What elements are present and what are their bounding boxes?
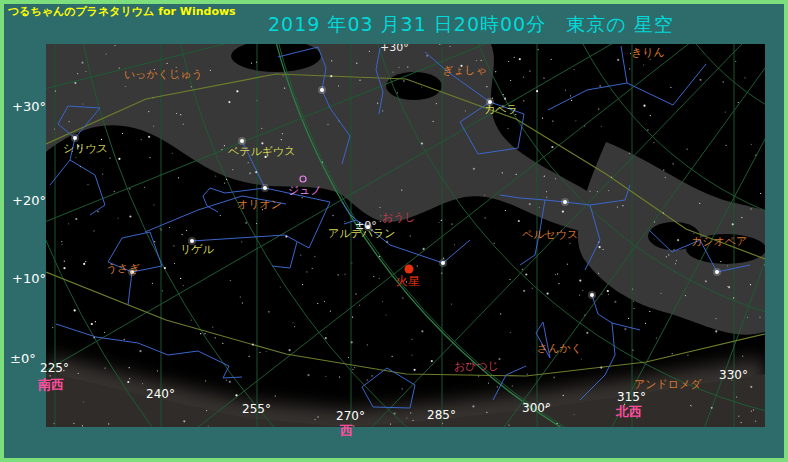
azimuth-tick-label: 270° [336,410,365,422]
declination-label: ±0° [355,220,377,231]
zodiac-constellation-label: おひつじ [454,361,499,372]
chart-title: 2019 年03 月31 日20時00分 東京の 星空 [268,12,674,38]
app-watermark: つるちゃんのプラネタリウム for Windows [8,4,236,19]
constellation-label: ペルセウス [522,229,578,240]
constellation-label: カシオペア [691,236,747,247]
mars-marker [405,265,414,274]
zodiac-constellation-label: おうし [382,212,416,223]
planet-label: 火星 [396,275,420,287]
altitude-tick-label: +30° [12,100,46,113]
constellation-label: うさぎ [106,263,140,274]
star-label: カペラ [484,104,518,115]
azimuth-tick-label: 285° [427,409,456,421]
constellation-label: きりん [631,47,665,58]
azimuth-tick-label: 255° [242,403,271,415]
star-label: リゲル [180,244,214,255]
direction-label: 北西 [616,405,642,418]
dark-nebula-patch [386,72,442,100]
constellation-label: ぎょしゃ [442,65,487,76]
azimuth-tick-label: 300° [522,402,551,414]
star-label: ベテルギウス [228,146,296,157]
asteroid-label: ジュノ [288,185,322,196]
declination-label: +30° [380,44,409,53]
star-label: シリウス [63,143,108,154]
planetarium-window: つるちゃんのプラネタリウム for Windows 2019 年03 月31 日… [0,0,788,462]
azimuth-tick-label: 225° [40,362,69,374]
constellation-label: さんかく [537,343,582,354]
sky-canvas [46,44,765,427]
constellation-label: オリオン [237,199,282,210]
azimuth-tick-label: 315° [617,391,646,403]
altitude-tick-label: +20° [12,194,46,207]
altitude-tick-label: +10° [12,272,46,285]
direction-label: 西 [340,424,353,437]
constellation-label: いっかくじゅう [124,69,203,80]
altitude-tick-label: ±0° [10,352,36,365]
constellation-label: アンドロメダ [634,379,702,390]
azimuth-tick-label: 330° [719,369,748,381]
direction-label: 南西 [38,378,64,391]
azimuth-tick-label: 240° [146,388,175,400]
sky-chart[interactable]: シリウスベテルギウスリゲルカペラアルデバランいっかくじゅうオリオンぎょしゃきりん… [46,44,765,427]
